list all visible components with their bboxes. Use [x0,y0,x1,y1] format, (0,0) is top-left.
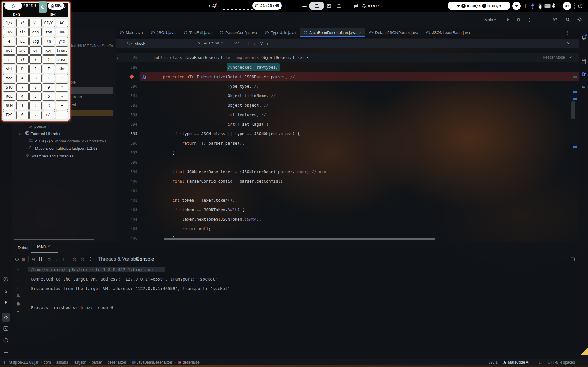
project-item-evil[interactable]: vil [72,102,76,107]
workspace-2-icon[interactable] [302,0,307,12]
health-button[interactable] [512,2,521,10]
calc-key-.[interactable]: . [29,111,42,119]
volume-button[interactable] [563,2,571,10]
calc-key-e[interactable]: e [3,37,15,45]
calc-key-INV[interactable]: INV [3,28,15,36]
run-icon[interactable] [0,300,12,305]
calc-key-1[interactable]: 1 [16,102,29,110]
line-number[interactable]: 405 [122,224,137,233]
marscode-tool-icon[interactable] [579,72,588,76]
project-root-path[interactable]: in/HNUSEC/JavaSec/fa [71,44,113,48]
breadcrumb-deserializer[interactable]: deserializer [108,360,126,365]
project-item-jdk[interactable]: < 1.8 (2) > [35,139,53,143]
project-item-sample[interactable]: ple [71,80,76,85]
services-icon[interactable] [0,350,12,355]
night-light-button[interactable] [39,1,47,13]
calc-key-π[interactable]: π [3,55,15,64]
toolbar-kebab-icon[interactable]: ⋮ [527,12,532,28]
calc-key-5[interactable]: 5 [29,93,42,101]
calc-key-4[interactable]: 4 [16,93,29,101]
maven-tool-icon[interactable]: m [579,84,588,89]
breadcrumb-fastjson-1.2.68.jar[interactable]: fastjson-1.2.68.jar [4,360,38,365]
scroll-to-end-icon[interactable]: ⇊ [13,293,23,298]
stop-icon[interactable] [22,253,25,265]
calc-key-9[interactable]: 9 [43,83,55,92]
calc-key-0[interactable]: 0 [16,111,29,119]
line-number[interactable]: 395 [122,129,137,138]
calc-key-or[interactable]: or [29,46,42,55]
line-number[interactable]: 404 [122,214,137,224]
hint-indicator[interactable]: HINT! [362,0,380,12]
calc-key--[interactable]: - [56,93,68,101]
problems-icon[interactable] [0,338,12,343]
line-number[interactable]: 400 [122,176,137,186]
calc-key-B[interactable]: B [29,74,42,82]
stacktrace-up-icon[interactable]: ↑ [13,267,23,272]
line-number[interactable]: 391 [122,91,137,100]
debug-tool-icon[interactable] [0,313,12,322]
workspace-4-icon[interactable] [327,0,331,12]
network-speed-pill[interactable]: 0.0B/s 0.0B/s [448,2,510,10]
calc-key-AC[interactable]: AC [56,19,68,27]
line-number[interactable]: 393 [122,110,137,119]
calc-key-CE/C[interactable]: CE/C [43,19,55,27]
calc-key-2[interactable]: 2 [29,102,42,110]
stacktrace-down-icon[interactable]: ↓ [13,277,23,282]
terminal-icon[interactable] [0,326,12,331]
calc-key-x![interactable]: x! [16,55,29,64]
debug-kebab-icon[interactable]: ⋮ [88,253,93,265]
soft-wrap-icon[interactable]: ↵ [13,285,23,290]
calc-key-8[interactable]: 8 [29,83,42,92]
run-window-icon[interactable] [0,276,12,282]
calc-key-D[interactable]: D [16,65,29,73]
line-number[interactable]: 392 [122,100,137,110]
calc-key-F[interactable]: F [43,65,55,73]
calc-key-C[interactable]: C [43,74,55,82]
line-number[interactable]: 403 [122,205,137,214]
project-item-pom[interactable]: pom.xml [34,124,49,129]
project-hscrollbar[interactable] [14,239,94,240]
breadcrumb-JavaBeanDeserializer[interactable]: CJavaBeanDeserializer [132,360,173,365]
calc-key-shl[interactable]: shl [3,65,15,73]
workspace-3-active-icon[interactable] [309,1,324,10]
breadcrumb-com[interactable]: com [44,360,51,365]
error-stripe-mark[interactable] [573,91,577,93]
step-out-icon[interactable]: ↑ [63,253,65,265]
power-icon[interactable] [578,0,583,12]
code-editor[interactable]: 388/unchecked, rawtypes/protected <T> T … [116,47,579,242]
line-number[interactable]: 396 [122,138,137,148]
run-button[interactable] [506,12,510,28]
calc-key-EXC[interactable]: EXC [3,111,15,119]
calc-key-not[interactable]: not [3,46,15,55]
calc-key-base[interactable]: base [56,55,68,64]
editor-tab-TypeUtils.java[interactable]: CTypeUtils.java [261,28,300,37]
calc-key-trunc[interactable]: trunc [56,46,68,55]
calc-key-RCL[interactable]: RCL [3,93,15,101]
layout-settings-icon[interactable] [570,253,575,265]
chevron-collapsed-icon-2[interactable]: › [25,146,27,150]
print-icon[interactable] [13,302,23,306]
error-stripe-mark[interactable] [573,146,577,148]
sticky-chevron-icon[interactable]: › [117,53,118,62]
calc-key-EE[interactable]: EE [16,37,29,45]
calc-key-tan[interactable]: tan [43,28,55,36]
line-separator-widget[interactable]: LF [539,359,543,365]
marscode-ai-widget[interactable]: MarsCode AI [503,359,529,365]
inspections-ok-icon[interactable]: ✓ [569,55,573,59]
line-number[interactable]: 390 [122,81,137,91]
calc-key-÷[interactable]: ÷ [56,74,68,82]
editor-tab-JSON.java[interactable]: CJSON.java [147,28,180,37]
calc-key-3[interactable]: 3 [43,102,55,110]
breadcrumb-fastjson[interactable]: fastjson [74,360,86,365]
eye-slash-icon[interactable] [353,0,359,12]
database-tool-icon[interactable] [579,59,588,64]
calc-key-6[interactable]: 6 [43,93,55,101]
line-number[interactable]: 398 [122,157,137,167]
calc-key-)[interactable]: ) [43,55,55,64]
tab-threads-variables[interactable]: Threads & Variables [98,253,142,265]
reader-mode-toggle[interactable]: Reader Mode [531,53,565,62]
notifications-tool-icon[interactable] [579,35,588,40]
line-number[interactable]: 394 [122,119,137,129]
error-stripe-mark[interactable] [573,76,577,78]
calc-key-cos[interactable]: cos [29,28,42,36]
